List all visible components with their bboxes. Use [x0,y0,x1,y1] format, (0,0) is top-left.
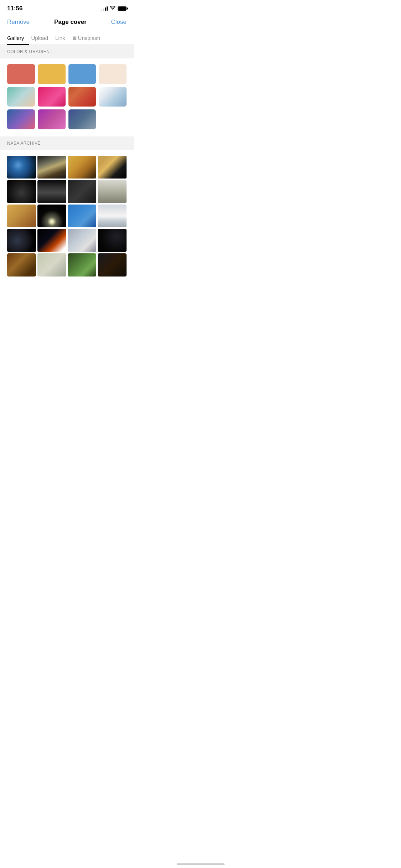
tabs-bar: Gallery Upload Link ▦ Unsplash [0,31,134,45]
close-button[interactable]: Close [111,19,127,26]
nasa-image-turbine[interactable] [37,156,66,179]
signal-icon [101,6,108,11]
nasa-section-header: NASA ARCHIVE [0,136,134,150]
status-bar: 11:56 [0,0,134,15]
tab-upload[interactable]: Upload [31,31,53,45]
color-swatch-blue[interactable] [68,64,96,84]
nasa-image-astronaut-float[interactable] [7,229,36,252]
tab-unsplash[interactable]: ▦ Unsplash [72,31,106,45]
nasa-image-wright-brothers[interactable] [98,180,127,203]
color-swatch-pink-gradient[interactable] [38,87,66,107]
nasa-image-small-astronaut[interactable] [98,229,127,252]
nasa-image-nebula[interactable] [68,253,97,277]
color-swatch-bluegreen-gradient[interactable] [68,109,96,129]
color-swatch-bluewhite-gradient[interactable] [99,87,127,107]
nasa-grid [7,156,127,277]
nasa-image-spacewalk[interactable] [98,156,127,179]
color-swatch-teal-gradient[interactable] [7,87,35,107]
color-swatch-bluepink-gradient[interactable] [7,109,35,129]
color-section-header: COLOR & GRADIENT [0,45,134,58]
tab-link[interactable]: Link [55,31,70,45]
nasa-image-spacewalk2[interactable] [68,229,97,252]
page-title: Page cover [54,19,87,26]
status-time: 11:56 [7,5,22,12]
nasa-image-dark4[interactable] [98,253,127,277]
nasa-image-rocket-dark[interactable] [37,205,66,228]
color-swatch-yellow[interactable] [38,64,66,84]
nasa-image-aerial1[interactable] [7,253,36,277]
color-swatch-peach[interactable] [99,64,127,84]
tab-gallery[interactable]: Gallery [7,31,29,45]
nasa-image-desert[interactable] [7,205,36,228]
color-swatch-redorange-gradient[interactable] [68,87,96,107]
nasa-image-satellite[interactable] [68,156,97,179]
color-grid [7,64,127,129]
unsplash-icon: ▦ [72,35,77,41]
color-swatch-red[interactable] [7,64,35,84]
color-grid-container [0,58,134,136]
nasa-image-earth[interactable] [7,156,36,179]
battery-icon [118,6,127,11]
nasa-grid-container [0,150,134,284]
page-cover-header: Remove Page cover Close [0,15,134,31]
color-swatch-purplepink-gradient[interactable] [38,109,66,129]
nasa-image-moon-walk[interactable] [37,180,66,203]
nasa-image-control-room[interactable] [68,180,97,203]
remove-button[interactable]: Remove [7,19,30,26]
status-icons [101,6,127,11]
nasa-image-rocket-streak[interactable] [37,229,66,252]
nasa-image-earth-orbit[interactable] [68,205,97,228]
nasa-image-lunar-module[interactable] [7,180,36,203]
nasa-image-shuttle-launch[interactable] [98,205,127,228]
nasa-image-aerial2[interactable] [37,253,66,277]
wifi-icon [110,6,115,11]
